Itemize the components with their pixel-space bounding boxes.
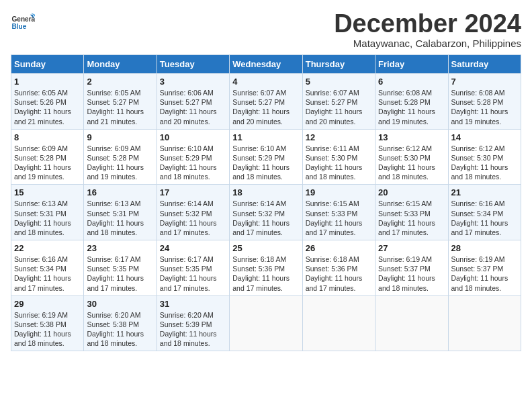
calendar-cell: 12Sunrise: 6:11 AM Sunset: 5:30 PM Dayli…	[302, 129, 375, 185]
day-info: Sunrise: 6:14 AM Sunset: 5:32 PM Dayligh…	[160, 199, 226, 237]
calendar-cell: 21Sunrise: 6:16 AM Sunset: 5:34 PM Dayli…	[448, 185, 521, 240]
day-info: Sunrise: 6:17 AM Sunset: 5:35 PM Dayligh…	[87, 255, 153, 293]
day-info: Sunrise: 6:10 AM Sunset: 5:29 PM Dayligh…	[160, 144, 226, 182]
calendar-cell: 9Sunrise: 6:09 AM Sunset: 5:28 PM Daylig…	[84, 129, 157, 185]
day-info: Sunrise: 6:07 AM Sunset: 5:27 PM Dayligh…	[232, 88, 299, 126]
calendar-cell: 31Sunrise: 6:20 AM Sunset: 5:39 PM Dayli…	[157, 295, 229, 351]
header-friday: Friday	[375, 55, 448, 74]
day-info: Sunrise: 6:13 AM Sunset: 5:31 PM Dayligh…	[87, 199, 153, 237]
calendar-cell: 29Sunrise: 6:19 AM Sunset: 5:38 PM Dayli…	[11, 295, 84, 351]
calendar-cell: 5Sunrise: 6:07 AM Sunset: 5:27 PM Daylig…	[302, 74, 375, 130]
day-info: Sunrise: 6:20 AM Sunset: 5:39 PM Dayligh…	[160, 310, 226, 349]
day-number: 2	[87, 77, 153, 87]
calendar-cell: 20Sunrise: 6:15 AM Sunset: 5:33 PM Dayli…	[375, 185, 448, 240]
day-number: 14	[451, 132, 518, 142]
day-info: Sunrise: 6:13 AM Sunset: 5:31 PM Dayligh…	[14, 199, 81, 237]
calendar-cell: 22Sunrise: 6:16 AM Sunset: 5:34 PM Dayli…	[11, 240, 84, 296]
calendar-cell: 13Sunrise: 6:12 AM Sunset: 5:30 PM Dayli…	[375, 129, 448, 185]
calendar-cell	[230, 295, 302, 351]
day-info: Sunrise: 6:08 AM Sunset: 5:28 PM Dayligh…	[378, 88, 445, 126]
day-number: 15	[14, 187, 81, 197]
header-tuesday: Tuesday	[157, 55, 229, 74]
day-number: 26	[306, 243, 372, 253]
svg-text:Blue: Blue	[11, 23, 26, 30]
calendar-cell: 16Sunrise: 6:13 AM Sunset: 5:31 PM Dayli…	[84, 185, 157, 240]
day-number: 23	[87, 243, 153, 253]
day-info: Sunrise: 6:18 AM Sunset: 5:36 PM Dayligh…	[306, 255, 372, 293]
calendar-cell: 15Sunrise: 6:13 AM Sunset: 5:31 PM Dayli…	[11, 185, 84, 240]
calendar-week-4: 22Sunrise: 6:16 AM Sunset: 5:34 PM Dayli…	[11, 240, 521, 296]
calendar-cell: 24Sunrise: 6:17 AM Sunset: 5:35 PM Dayli…	[157, 240, 229, 296]
calendar-cell: 30Sunrise: 6:20 AM Sunset: 5:38 PM Dayli…	[84, 295, 157, 351]
day-info: Sunrise: 6:19 AM Sunset: 5:37 PM Dayligh…	[451, 255, 518, 293]
day-info: Sunrise: 6:12 AM Sunset: 5:30 PM Dayligh…	[451, 144, 518, 182]
calendar-cell: 4Sunrise: 6:07 AM Sunset: 5:27 PM Daylig…	[230, 74, 302, 130]
day-number: 31	[160, 299, 226, 309]
location-subtitle: Mataywanac, Calabarzon, Philippines	[334, 38, 521, 49]
day-info: Sunrise: 6:05 AM Sunset: 5:26 PM Dayligh…	[14, 88, 81, 126]
header-wednesday: Wednesday	[230, 55, 302, 74]
calendar-cell: 3Sunrise: 6:06 AM Sunset: 5:27 PM Daylig…	[157, 74, 229, 130]
day-info: Sunrise: 6:12 AM Sunset: 5:30 PM Dayligh…	[378, 144, 445, 182]
calendar-cell: 7Sunrise: 6:08 AM Sunset: 5:28 PM Daylig…	[448, 74, 521, 130]
day-info: Sunrise: 6:09 AM Sunset: 5:28 PM Dayligh…	[87, 144, 153, 182]
day-info: Sunrise: 6:15 AM Sunset: 5:33 PM Dayligh…	[306, 199, 372, 237]
header-sunday: Sunday	[11, 55, 84, 74]
calendar-table: SundayMondayTuesdayWednesdayThursdayFrid…	[11, 54, 521, 351]
calendar-cell: 26Sunrise: 6:18 AM Sunset: 5:36 PM Dayli…	[302, 240, 375, 296]
day-number: 29	[14, 299, 81, 309]
calendar-header: SundayMondayTuesdayWednesdayThursdayFrid…	[11, 55, 521, 74]
calendar-week-1: 1Sunrise: 6:05 AM Sunset: 5:26 PM Daylig…	[11, 74, 521, 130]
calendar-cell	[375, 295, 448, 351]
day-info: Sunrise: 6:08 AM Sunset: 5:28 PM Dayligh…	[451, 88, 518, 126]
day-number: 20	[378, 187, 445, 197]
calendar-cell: 2Sunrise: 6:05 AM Sunset: 5:27 PM Daylig…	[84, 74, 157, 130]
day-info: Sunrise: 6:14 AM Sunset: 5:32 PM Dayligh…	[232, 199, 299, 237]
calendar-cell: 23Sunrise: 6:17 AM Sunset: 5:35 PM Dayli…	[84, 240, 157, 296]
day-number: 25	[232, 243, 299, 253]
day-number: 11	[232, 132, 299, 142]
day-number: 8	[14, 132, 81, 142]
calendar-cell: 11Sunrise: 6:10 AM Sunset: 5:29 PM Dayli…	[230, 129, 302, 185]
title-block: December 2024 Mataywanac, Calabarzon, Ph…	[334, 11, 521, 49]
calendar-cell: 10Sunrise: 6:10 AM Sunset: 5:29 PM Dayli…	[157, 129, 229, 185]
svg-text:General: General	[11, 15, 35, 23]
day-info: Sunrise: 6:15 AM Sunset: 5:33 PM Dayligh…	[378, 199, 445, 237]
calendar-cell: 6Sunrise: 6:08 AM Sunset: 5:28 PM Daylig…	[375, 74, 448, 130]
day-number: 18	[232, 187, 299, 197]
calendar-cell: 14Sunrise: 6:12 AM Sunset: 5:30 PM Dayli…	[448, 129, 521, 185]
day-number: 12	[306, 132, 372, 142]
day-number: 22	[14, 243, 81, 253]
day-info: Sunrise: 6:18 AM Sunset: 5:36 PM Dayligh…	[232, 255, 299, 293]
calendar-cell: 19Sunrise: 6:15 AM Sunset: 5:33 PM Dayli…	[302, 185, 375, 240]
day-number: 3	[160, 77, 226, 87]
calendar-cell: 27Sunrise: 6:19 AM Sunset: 5:37 PM Dayli…	[375, 240, 448, 296]
day-number: 28	[451, 243, 518, 253]
day-number: 4	[232, 77, 299, 87]
day-number: 5	[306, 77, 372, 87]
calendar-cell: 18Sunrise: 6:14 AM Sunset: 5:32 PM Dayli…	[230, 185, 302, 240]
page-header: General Blue December 2024 Mataywanac, C…	[11, 11, 521, 49]
day-info: Sunrise: 6:19 AM Sunset: 5:38 PM Dayligh…	[14, 310, 81, 349]
day-info: Sunrise: 6:11 AM Sunset: 5:30 PM Dayligh…	[306, 144, 372, 182]
header-saturday: Saturday	[448, 55, 521, 74]
calendar-cell: 28Sunrise: 6:19 AM Sunset: 5:37 PM Dayli…	[448, 240, 521, 296]
logo: General Blue	[11, 11, 35, 35]
day-number: 30	[87, 299, 153, 309]
logo-icon: General Blue	[11, 11, 35, 35]
day-info: Sunrise: 6:17 AM Sunset: 5:35 PM Dayligh…	[160, 255, 226, 293]
day-info: Sunrise: 6:19 AM Sunset: 5:37 PM Dayligh…	[378, 255, 445, 293]
day-info: Sunrise: 6:10 AM Sunset: 5:29 PM Dayligh…	[232, 144, 299, 182]
calendar-cell	[448, 295, 521, 351]
day-info: Sunrise: 6:20 AM Sunset: 5:38 PM Dayligh…	[87, 310, 153, 349]
day-number: 13	[378, 132, 445, 142]
day-number: 21	[451, 187, 518, 197]
calendar-cell	[302, 295, 375, 351]
calendar-cell: 17Sunrise: 6:14 AM Sunset: 5:32 PM Dayli…	[157, 185, 229, 240]
calendar-cell: 8Sunrise: 6:09 AM Sunset: 5:28 PM Daylig…	[11, 129, 84, 185]
day-info: Sunrise: 6:07 AM Sunset: 5:27 PM Dayligh…	[306, 88, 372, 126]
calendar-cell: 25Sunrise: 6:18 AM Sunset: 5:36 PM Dayli…	[230, 240, 302, 296]
day-number: 1	[14, 77, 81, 87]
calendar-week-2: 8Sunrise: 6:09 AM Sunset: 5:28 PM Daylig…	[11, 129, 521, 185]
calendar-week-3: 15Sunrise: 6:13 AM Sunset: 5:31 PM Dayli…	[11, 185, 521, 240]
